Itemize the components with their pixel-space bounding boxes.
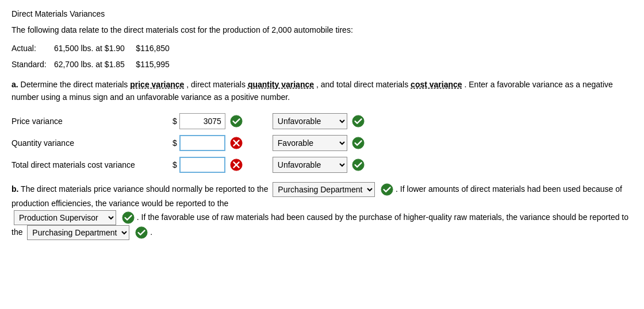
quantity-variance-input-group: $ bbox=[172, 135, 244, 151]
price-variance-select[interactable]: Unfavorable Favorable bbox=[273, 113, 347, 129]
part-b-select2-check bbox=[122, 211, 135, 224]
quantity-amount-check-icon bbox=[229, 136, 244, 150]
part-b-purchasing-select[interactable]: Purchasing Department Production Supervi… bbox=[273, 182, 375, 197]
actual-quantity: 61,500 lbs. at $1.90 bbox=[54, 44, 125, 53]
price-variance-term: price variance bbox=[130, 80, 184, 89]
quantity-variance-term: quantity variance bbox=[248, 80, 314, 89]
price-amount-check-icon bbox=[229, 114, 244, 129]
svg-point-1 bbox=[352, 115, 364, 126]
variance-table: Price variance $ Unfavorable Favorable bbox=[12, 113, 632, 173]
quantity-variance-row: Quantity variance $ Favorable Unfavorabl… bbox=[12, 135, 632, 151]
part-b-purchasing-select2[interactable]: Purchasing Department Production Supervi… bbox=[27, 225, 129, 240]
total-dollar: $ bbox=[172, 160, 177, 169]
quantity-dollar: $ bbox=[172, 138, 177, 148]
svg-point-11 bbox=[122, 212, 134, 223]
price-variance-select-group: Unfavorable Favorable bbox=[273, 113, 366, 129]
standard-quantity: 62,700 lbs. at $1.85 bbox=[54, 60, 125, 69]
price-variance-label: Price variance bbox=[12, 117, 172, 126]
part-b-select1-check bbox=[381, 183, 393, 196]
actual-label: Actual: bbox=[12, 42, 52, 55]
standard-label: Standard: bbox=[12, 58, 52, 71]
total-variance-select[interactable]: Unfavorable Favorable bbox=[273, 157, 347, 173]
part-b-letter: b. bbox=[12, 184, 18, 193]
part-b-select1-wrapper: Purchasing Department Production Supervi… bbox=[273, 182, 375, 197]
total-select-check-icon bbox=[351, 157, 366, 172]
description: The following data relate to the direct … bbox=[12, 24, 632, 36]
svg-point-12 bbox=[136, 227, 147, 238]
instruction-text2: , direct materials bbox=[186, 80, 248, 89]
svg-point-9 bbox=[352, 159, 364, 170]
part-b-text4: . bbox=[150, 227, 152, 237]
part-b-text1: The direct materials price variance shou… bbox=[21, 184, 270, 193]
quantity-variance-label: Quantity variance bbox=[12, 138, 172, 148]
part-b: b. The direct materials price variance s… bbox=[12, 182, 632, 241]
price-variance-input-group: $ bbox=[172, 113, 244, 129]
instruction-a: a. Determine the direct materials price … bbox=[12, 78, 632, 104]
svg-point-10 bbox=[381, 183, 393, 195]
total-variance-row: Total direct materials cost variance $ U… bbox=[12, 157, 632, 173]
page-title: Direct Materials Variances bbox=[12, 9, 632, 18]
instruction-text1: Determine the direct materials bbox=[21, 80, 131, 89]
quantity-variance-select[interactable]: Favorable Unfavorable bbox=[273, 135, 347, 151]
svg-point-0 bbox=[231, 115, 242, 126]
instruction-text3: , and total direct materials bbox=[316, 80, 411, 89]
part-b-supervisor-select[interactable]: Production Supervisor Purchasing Departm… bbox=[14, 210, 116, 225]
total-variance-input-group: $ bbox=[172, 157, 244, 173]
cost-variance-term: cost variance bbox=[411, 80, 462, 89]
actual-row: Actual: 61,500 lbs. at $1.90 $116,850 bbox=[12, 42, 632, 55]
total-variance-input[interactable] bbox=[179, 157, 225, 173]
total-variance-label: Total direct materials cost variance bbox=[12, 160, 172, 169]
part-b-select2-wrapper: Production Supervisor Purchasing Departm… bbox=[14, 210, 116, 225]
price-dollar: $ bbox=[172, 117, 177, 126]
price-select-check-icon bbox=[351, 114, 366, 129]
standard-amount: $115,995 bbox=[136, 60, 169, 69]
part-b-select3-wrapper: Purchasing Department Production Supervi… bbox=[27, 225, 129, 240]
total-amount-check-icon bbox=[229, 157, 244, 172]
standard-row: Standard: 62,700 lbs. at $1.85 $115,995 bbox=[12, 58, 632, 71]
instruction-a-letter: a. bbox=[12, 80, 18, 89]
quantity-select-check-icon bbox=[351, 136, 366, 150]
actual-amount: $116,850 bbox=[136, 44, 169, 53]
svg-point-5 bbox=[352, 137, 364, 148]
price-variance-input[interactable] bbox=[179, 113, 225, 129]
quantity-variance-select-group: Favorable Unfavorable bbox=[273, 135, 366, 151]
total-variance-select-group: Unfavorable Favorable bbox=[273, 157, 366, 173]
quantity-variance-input[interactable] bbox=[179, 135, 225, 151]
price-variance-row: Price variance $ Unfavorable Favorable bbox=[12, 113, 632, 129]
part-b-select3-check bbox=[135, 226, 148, 239]
